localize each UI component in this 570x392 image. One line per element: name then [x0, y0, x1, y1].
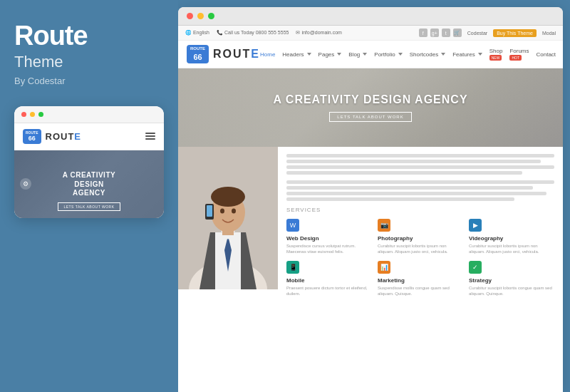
svg-point-9 [211, 187, 245, 207]
nav-item-portfolio[interactable]: Portfolio [374, 51, 402, 58]
svg-rect-14 [207, 205, 212, 217]
service-strategy: ✓ Strategy Curabitur suscipit lobortis c… [469, 261, 554, 297]
nav-item-shop[interactable]: Shop NEW [489, 48, 503, 61]
browser-dot-red [187, 13, 193, 19]
hamburger-icon[interactable] [145, 133, 155, 140]
email: ✉ info@domain.com [296, 30, 341, 36]
strategy-icon: ✓ [469, 261, 482, 274]
photography-icon: 📷 [378, 219, 390, 232]
right-panel: 🌐 English 📞 Call us Today 0800 555 5555 … [178, 7, 563, 392]
content-left [178, 147, 278, 392]
service-videography: ▶ Videography Curabitur suscipit loborti… [469, 219, 554, 255]
site-content: SERVICES W Web Design Suspendisce cursus… [178, 147, 563, 392]
mobile-hero: ⚙ A CREATIVITYDESIGNAGENCY LETS TALK ABO… [14, 150, 164, 218]
marketing-icon: 📊 [378, 261, 390, 274]
nav-item-shortcodes[interactable]: Shortcodes [410, 51, 445, 58]
site-logo-text: ROUTE [213, 48, 260, 61]
nav-item-home[interactable]: Home [260, 51, 275, 58]
site-nav-items: Home Headers Pages Blog Portfolio Shortc… [260, 48, 563, 61]
mobile-hero-button[interactable]: LETS TALK ABOUT WORK [58, 202, 120, 211]
browser-dot-yellow [197, 13, 204, 19]
service-mobile: 📱 Mobile Praesent posuere dictum tortor … [286, 261, 372, 297]
service-photography-desc: Curabitur suscipit lobortis ipsum non al… [378, 243, 463, 255]
svg-rect-8 [222, 227, 234, 235]
theme-subtitle: Theme [14, 53, 164, 71]
services-title: SERVICES [286, 207, 554, 213]
text-paragraph-1 [286, 154, 554, 175]
topbar-right: f g+ t 🛒 Codestar Buy This Theme Modal [419, 29, 556, 37]
nav-item-contact[interactable]: Contact [537, 51, 556, 58]
nav-item-blog[interactable]: Blog [348, 51, 367, 58]
service-photography: 📷 Photography Curabitur suscipit loborti… [378, 219, 463, 255]
googleplus-icon[interactable]: g+ [430, 29, 439, 37]
service-marketing-title: Marketing [378, 277, 463, 284]
dot-yellow [30, 112, 35, 117]
mobile-route-badge: ROUTE 66 [23, 129, 41, 144]
site-logo: ROUTE 66 ROUTE [187, 45, 260, 63]
svg-point-11 [232, 209, 236, 214]
hero-title: A CREATIVITY DESIGN AGENCY [273, 93, 467, 106]
left-panel: Route Theme By Codestar ROUTE 66 ROUTE [0, 0, 178, 392]
site-route-badge: ROUTE 66 [187, 45, 209, 63]
site-topbar: 🌐 English 📞 Call us Today 0800 555 5555 … [178, 26, 563, 41]
service-web-design-title: Web Design [286, 235, 372, 242]
mobile-icon: 📱 [286, 261, 299, 274]
mobile-logo-text: ROUTE [46, 131, 82, 142]
hero-content: A CREATIVITY DESIGN AGENCY LETS TALK ABO… [273, 93, 467, 122]
theme-by: By Codestar [14, 76, 164, 86]
nav-item-headers[interactable]: Headers [282, 51, 311, 58]
service-photography-title: Photography [378, 235, 463, 242]
web-design-icon: W [286, 219, 299, 232]
twitter-icon[interactable]: t [442, 29, 450, 37]
videography-icon: ▶ [469, 219, 482, 232]
facebook-icon[interactable]: f [419, 29, 428, 37]
topbar-left: 🌐 English 📞 Call us Today 0800 555 5555 … [185, 30, 342, 36]
buy-theme-button[interactable]: Buy This Theme [493, 29, 537, 37]
codestar-link[interactable]: Codestar [467, 31, 487, 36]
service-marketing-desc: Suspendisse mollis congue quam sed aliqu… [378, 285, 463, 297]
text-paragraph-2 [286, 180, 554, 201]
nav-item-forums[interactable]: Forums HOT [509, 48, 529, 61]
mobile-nav: ROUTE 66 ROUTE [14, 123, 164, 150]
mobile-hero-title: A CREATIVITYDESIGNAGENCY [14, 171, 164, 198]
mobile-logo: ROUTE 66 ROUTE [23, 129, 81, 144]
mobile-hero-text: A CREATIVITYDESIGNAGENCY LETS TALK ABOUT… [14, 171, 164, 211]
phone-number: 📞 Call us Today 0800 555 5555 [217, 30, 289, 36]
nav-item-features[interactable]: Features [452, 51, 482, 58]
theme-title: Route [14, 21, 164, 51]
hero-button[interactable]: LETS TALK ABOUT WORK [329, 112, 411, 122]
dot-red [21, 112, 26, 117]
service-mobile-title: Mobile [286, 277, 372, 284]
service-strategy-desc: Curabitur suscipit lobortis congue quam … [469, 285, 554, 297]
person-svg [178, 147, 278, 289]
service-strategy-title: Strategy [469, 277, 554, 284]
dot-green [38, 112, 43, 117]
browser-chrome [178, 7, 563, 26]
service-mobile-desc: Praesent posuere dictum tortor et eleife… [286, 285, 372, 297]
service-web-design-desc: Suspendisce cursus volutpat rutrum. Maec… [286, 243, 372, 255]
site-nav: ROUTE 66 ROUTE Home Headers Pages Blog P… [178, 41, 563, 68]
svg-point-10 [220, 209, 224, 214]
cart-icon[interactable]: 🛒 [453, 29, 462, 37]
browser-dot-green [208, 13, 214, 19]
person-image [178, 147, 278, 289]
mobile-top-bar [14, 106, 164, 123]
mobile-mockup: ROUTE 66 ROUTE ⚙ A CREATIVITYDESIGNAGENC… [14, 106, 164, 218]
language-selector[interactable]: 🌐 English [185, 30, 209, 36]
service-videography-title: Videography [469, 235, 554, 242]
service-videography-desc: Curabitur suscipit lobortis ipsum non al… [469, 243, 554, 255]
modal-link[interactable]: Modal [542, 31, 556, 36]
social-icons: f g+ t 🛒 [419, 29, 462, 37]
services-grid: W Web Design Suspendisce cursus volutpat… [286, 219, 554, 297]
content-right: SERVICES W Web Design Suspendisce cursus… [278, 147, 563, 392]
nav-item-pages[interactable]: Pages [318, 51, 342, 58]
service-marketing: 📊 Marketing Suspendisse mollis congue qu… [378, 261, 463, 297]
site-hero: A CREATIVITY DESIGN AGENCY LETS TALK ABO… [178, 68, 563, 147]
service-web-design: W Web Design Suspendisce cursus volutpat… [286, 219, 372, 255]
browser-content: 🌐 English 📞 Call us Today 0800 555 5555 … [178, 26, 563, 392]
